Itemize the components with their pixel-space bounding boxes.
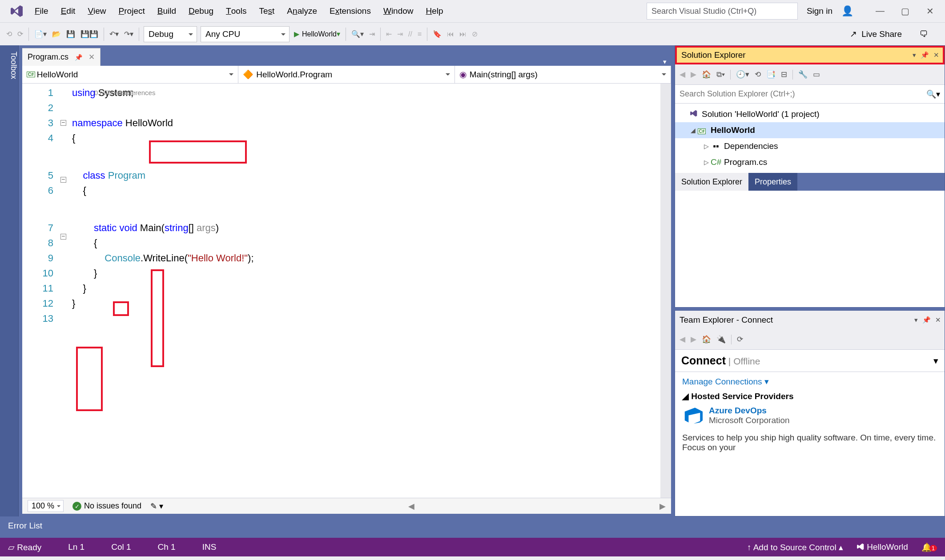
liveshare-button[interactable]: Live Share bbox=[861, 29, 902, 39]
team-explorer-header[interactable]: Team Explorer - Connect ▾📌✕ bbox=[675, 311, 945, 329]
scroll-map[interactable] bbox=[660, 84, 671, 498]
menu-project[interactable]: Project bbox=[113, 4, 150, 18]
menu-analyze[interactable]: Analyze bbox=[281, 4, 322, 18]
new-item-icon[interactable]: 📄▾ bbox=[32, 27, 49, 42]
menu-window[interactable]: Window bbox=[378, 4, 419, 18]
close-panel-icon[interactable]: ✕ bbox=[935, 316, 941, 324]
back-icon[interactable]: ◀ bbox=[680, 70, 685, 79]
zoom-dropdown[interactable]: 100 % bbox=[28, 500, 64, 512]
global-search-input[interactable] bbox=[647, 3, 798, 20]
nav-back-icon[interactable]: ⟲ bbox=[4, 27, 15, 42]
switch-view-icon[interactable]: ⧉▾ bbox=[716, 70, 725, 79]
close-panel-icon[interactable]: ✕ bbox=[933, 51, 939, 59]
tree-file-node[interactable]: ▷C#Program.cs bbox=[675, 154, 945, 170]
team-explorer-panel: Team Explorer - Connect ▾📌✕ ◀ ▶ 🏠 🔌 ⟳ Co… bbox=[675, 310, 945, 516]
back-icon[interactable]: ◀ bbox=[680, 335, 685, 344]
fold-gutter[interactable]: −−− bbox=[58, 84, 68, 498]
search-icon[interactable]: 🔍▾ bbox=[926, 89, 940, 99]
menu-test[interactable]: Test bbox=[254, 4, 280, 18]
preview-icon[interactable]: ▭ bbox=[813, 70, 820, 79]
health-icon[interactable]: ✎ ▾ bbox=[150, 501, 163, 511]
menu-tools[interactable]: Tools bbox=[221, 4, 252, 18]
tree-project-node[interactable]: ◢C#HelloWorld bbox=[675, 122, 945, 138]
refresh-icon[interactable]: ⟳ bbox=[737, 335, 743, 344]
uncomment-icon[interactable]: ≡ bbox=[415, 27, 424, 42]
tree-solution-node[interactable]: Solution 'HelloWorld' (1 project) bbox=[675, 106, 945, 122]
fwd-icon[interactable]: ▶ bbox=[691, 70, 696, 79]
config-dropdown[interactable]: Debug bbox=[144, 26, 197, 42]
menu-file[interactable]: File bbox=[29, 4, 54, 18]
maximize-button[interactable]: ▢ bbox=[901, 6, 909, 16]
pending-icon[interactable]: 🕘▾ bbox=[736, 70, 749, 79]
code-area[interactable]: 12345678910111213 −−− using System; name… bbox=[22, 84, 671, 498]
nav-fwd-icon[interactable]: ⟳ bbox=[15, 27, 26, 42]
minimize-button[interactable]: — bbox=[876, 6, 885, 16]
properties-icon[interactable]: 🔧 bbox=[798, 70, 808, 79]
manage-connections-link[interactable]: Manage Connections ▾ bbox=[682, 377, 769, 386]
step-icon[interactable]: ⇥ bbox=[366, 27, 378, 42]
tab-overflow-icon[interactable]: ▾ bbox=[659, 58, 671, 66]
menu-extensions[interactable]: Extensions bbox=[324, 4, 376, 18]
solution-search-input[interactable] bbox=[680, 89, 926, 99]
status-project[interactable]: HelloWorld bbox=[857, 542, 908, 552]
outdent-icon[interactable]: ⇤ bbox=[383, 27, 394, 42]
pin-icon[interactable]: 📌 bbox=[75, 54, 82, 61]
tree-dependencies-node[interactable]: ▷▪▪Dependencies bbox=[675, 138, 945, 154]
feedback-icon[interactable]: 🗨 bbox=[920, 29, 928, 39]
next-bookmark-icon[interactable]: ⏭ bbox=[457, 27, 469, 42]
menu-debug[interactable]: Debug bbox=[183, 4, 219, 18]
pin-icon[interactable]: 📌 bbox=[921, 51, 929, 59]
user-icon[interactable]: 👤 bbox=[841, 5, 853, 17]
redo-icon[interactable]: ↷▾ bbox=[121, 27, 136, 42]
toolbox-panel[interactable]: Toolbox bbox=[0, 45, 19, 516]
start-button[interactable]: ▶ HelloWorld ▾ bbox=[291, 27, 343, 42]
hscroll-left-icon[interactable]: ◀ bbox=[408, 501, 414, 511]
project-dropdown[interactable]: C#HelloWorld bbox=[22, 66, 238, 83]
panel-menu-icon[interactable]: ▾ bbox=[913, 51, 916, 59]
save-all-icon[interactable]: 💾💾 bbox=[78, 27, 101, 42]
source-control-button[interactable]: ↑ Add to Source Control ▴ bbox=[747, 542, 843, 552]
home-icon[interactable]: 🏠 bbox=[702, 70, 711, 79]
error-list-tab[interactable]: Error List bbox=[0, 516, 945, 538]
comment-icon[interactable]: // bbox=[406, 27, 415, 42]
class-dropdown[interactable]: 🔶HelloWorld.Program bbox=[238, 66, 454, 83]
close-button[interactable]: ✕ bbox=[925, 6, 934, 16]
solution-tree[interactable]: Solution 'HelloWorld' (1 project) ◢C#Hel… bbox=[675, 104, 945, 173]
sync-icon[interactable]: ⟲ bbox=[755, 70, 761, 79]
bookmark-icon[interactable]: 🔖 bbox=[430, 27, 444, 42]
clear-bookmarks-icon[interactable]: ⊘ bbox=[469, 27, 480, 42]
expand-icon[interactable]: ▾ bbox=[933, 356, 938, 366]
prev-bookmark-icon[interactable]: ⏮ bbox=[444, 27, 457, 42]
show-all-icon[interactable]: 📑 bbox=[766, 70, 776, 79]
menu-help[interactable]: Help bbox=[421, 4, 449, 18]
sign-in-link[interactable]: Sign in bbox=[807, 6, 832, 16]
indent-icon[interactable]: ⇥ bbox=[394, 27, 406, 42]
menu-view[interactable]: View bbox=[82, 4, 111, 18]
save-icon[interactable]: 💾 bbox=[64, 27, 78, 42]
menu-edit[interactable]: Edit bbox=[56, 4, 81, 18]
menu-build[interactable]: Build bbox=[152, 4, 181, 18]
connect-header: Connect | Offline ▾ bbox=[675, 350, 945, 372]
notifications-icon[interactable]: 🔔1 bbox=[921, 542, 937, 552]
undo-icon[interactable]: ↶▾ bbox=[107, 27, 121, 42]
solution-search[interactable]: 🔍▾ bbox=[675, 85, 945, 104]
open-icon[interactable]: 📂 bbox=[49, 27, 64, 42]
method-dropdown[interactable]: ◉Main(string[] args) bbox=[455, 66, 671, 83]
document-tab[interactable]: Program.cs 📌 ✕ bbox=[22, 48, 101, 66]
panel-menu-icon[interactable]: ▾ bbox=[914, 316, 918, 324]
close-tab-icon[interactable]: ✕ bbox=[88, 52, 95, 62]
plug-icon[interactable]: 🔌 bbox=[716, 335, 726, 344]
platform-dropdown[interactable]: Any CPU bbox=[201, 26, 290, 42]
pin-icon[interactable]: 📌 bbox=[922, 316, 931, 324]
fwd-icon[interactable]: ▶ bbox=[691, 335, 696, 344]
tab-properties[interactable]: Properties bbox=[748, 173, 797, 191]
liveshare-icon[interactable]: ↗ bbox=[850, 29, 857, 39]
hosted-providers-heading: ◢ Hosted Service Providers bbox=[682, 391, 937, 401]
tab-solution-explorer[interactable]: Solution Explorer bbox=[675, 173, 748, 191]
find-icon[interactable]: 🔍▾ bbox=[349, 27, 366, 42]
azure-devops-item[interactable]: Azure DevOps Microsoft Corporation bbox=[682, 406, 937, 428]
solution-explorer-header[interactable]: Solution Explorer ▾📌✕ bbox=[675, 46, 945, 64]
collapse-icon[interactable]: ⊟ bbox=[781, 70, 787, 79]
hscroll-right-icon[interactable]: ▶ bbox=[659, 501, 666, 511]
home-icon[interactable]: 🏠 bbox=[702, 335, 711, 344]
